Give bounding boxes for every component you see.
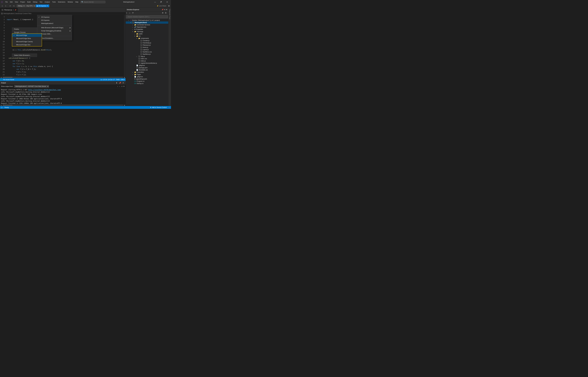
horizontal-scrollbar[interactable]: ◀ ▶ xyxy=(0,76,126,78)
browser-firefox[interactable]: Firefox xyxy=(12,28,37,31)
solution-node[interactable]: ▷ ⬡ Solution 'WebApplication2' (1 of 1 p… xyxy=(126,19,168,22)
out-scroll-right-icon[interactable]: ▶ xyxy=(123,105,126,106)
output-toolbar-btn2[interactable]: ↔ xyxy=(119,85,121,87)
output-toolbar-btn1[interactable]: ↕ xyxy=(117,85,118,87)
nav-forward-btn[interactable]: ⟩ xyxy=(4,4,7,8)
diagnostic-tools-label[interactable]: Diagnostic Tools xyxy=(169,9,171,19)
scrollbar-track[interactable] xyxy=(2,77,123,78)
appsettings-node[interactable]: ⚙ appsettings.json xyxy=(126,78,168,80)
edge-dev-option[interactable]: Microsoft Edge Dev xyxy=(12,43,42,46)
menu-edit[interactable]: Edit xyxy=(9,1,13,3)
edge-canary-option[interactable]: Microsoft Edge Canary xyxy=(12,40,42,43)
menu-file[interactable]: File xyxy=(4,1,9,3)
index-css-node[interactable]: ⬛ index.css xyxy=(126,58,168,60)
se-close-icon[interactable]: ✕ xyxy=(166,9,167,11)
menu-window[interactable]: Window xyxy=(67,1,74,3)
menu-test[interactable]: Test xyxy=(38,1,43,3)
fibonacci-js-node[interactable]: ⬛ Fibonacci.js xyxy=(126,44,168,46)
more-emulators-item[interactable]: More Emulators... xyxy=(37,37,72,40)
output-scrollbar-thumb[interactable] xyxy=(2,105,12,106)
output-scrollbar-track[interactable] xyxy=(2,105,123,106)
se-back-btn[interactable]: ⟨ xyxy=(126,12,129,15)
edge-beta-option[interactable]: Microsoft Edge Beta xyxy=(12,37,42,40)
manifest-link2[interactable]: http://localhost:44376/manifest.json xyxy=(28,89,61,91)
iis-dropdown-menu[interactable]: ✓ IIS Express IIS Express WebApplication… xyxy=(37,15,72,40)
liveshare-button[interactable]: ⚡ Live Share xyxy=(156,5,167,7)
public-node[interactable]: ▷ 📁 public xyxy=(126,33,168,35)
pin-tab-icon[interactable]: 📌 xyxy=(15,9,16,11)
scrollbar-thumb[interactable] xyxy=(2,77,12,78)
menu-view[interactable]: View xyxy=(14,1,19,3)
script-debugging-item[interactable]: Script Debugging (Enabled) ▶ xyxy=(37,29,72,32)
se-filter-btn[interactable]: ☰ xyxy=(165,12,168,15)
se-pin-icon[interactable]: 📌 xyxy=(162,9,163,11)
dependencies-node[interactable]: ▷ 🔗 Dependencies xyxy=(126,26,168,28)
navmenu-css-node[interactable]: ⬛ NavMenu.css xyxy=(126,51,168,53)
select-browsers-item[interactable]: Select Web Browsers... xyxy=(12,54,37,57)
web-browser-item[interactable]: Web Browser (Microsoft Edge) ▶ xyxy=(37,26,72,29)
out-scroll-left-icon[interactable]: ◀ xyxy=(0,105,2,106)
components-node[interactable]: ▼ 📁 components xyxy=(126,37,168,39)
vertical-scrollbar[interactable] xyxy=(124,15,126,76)
close-tab-button[interactable]: ✕ xyxy=(13,9,14,11)
menu-help[interactable]: Help xyxy=(74,1,79,3)
edge-option[interactable]: ✓ Microsoft Edge xyxy=(12,34,42,37)
output-toolbar-btn4[interactable]: ⟳ xyxy=(123,85,125,87)
web-application-item[interactable]: WebApplication2 xyxy=(37,22,72,25)
iis-express-checked-item[interactable]: ✓ IIS Express xyxy=(37,16,72,19)
connected-services-node[interactable]: ▷ 📁 Connected Services xyxy=(126,24,168,26)
project-node[interactable]: ▼ ⬛ WebApplication2 xyxy=(126,22,168,24)
menu-analyze[interactable]: Analyze xyxy=(44,1,51,3)
edge-submenu-dropdown[interactable]: ✓ Microsoft Edge Microsoft Edge Beta Mic… xyxy=(12,34,42,47)
pages-node[interactable]: ▷ 📁 Pages xyxy=(126,73,168,76)
tab-fibonacci-js[interactable]: ⬛ Fibonacci.js ✕ 📌 xyxy=(0,8,18,12)
navmenu-js-node[interactable]: ⬛ NavMenu.js xyxy=(126,53,168,55)
minimize-button[interactable]: — xyxy=(152,0,158,4)
code-editor[interactable]: 12345 678910 1112131415 1617181920 21222… xyxy=(0,15,126,76)
scroll-left-icon[interactable]: ◀ xyxy=(0,77,2,78)
source-control-item[interactable]: ⬆ Add to Source Control xyxy=(150,106,167,108)
home-js-node[interactable]: ⬛ Home.js xyxy=(126,46,168,48)
output-source-select[interactable]: WebApplication2 - ASP.NET Core Web Serve… xyxy=(14,85,49,88)
menu-project[interactable]: Project xyxy=(19,1,26,3)
close-button[interactable]: ✕ xyxy=(164,0,170,4)
gitignore-clientapp-node[interactable]: 📄 .gitignore xyxy=(126,64,168,67)
readme-node[interactable]: 📄 README.md xyxy=(126,69,168,71)
gitignore-root-node[interactable]: 📄 .gitignore xyxy=(126,76,168,78)
fetchdata-js-node[interactable]: ⬛ FetchData.js xyxy=(126,42,168,44)
output-toolbar-btn3[interactable]: ≡ xyxy=(122,85,122,87)
output-close-btn[interactable]: ✕ xyxy=(122,82,125,84)
se-search-input[interactable] xyxy=(127,16,167,18)
scroll-right-icon[interactable]: ▶ xyxy=(123,77,126,78)
app-js-node[interactable]: ▷ ⬛ App.js xyxy=(126,55,168,58)
src-node[interactable]: ▼ 📁 src xyxy=(126,35,168,37)
menu-extensions[interactable]: Extensions xyxy=(57,1,66,3)
platform-select[interactable]: Any CPU xyxy=(25,4,35,7)
output-scrollbar[interactable]: ◀ ▶ xyxy=(0,104,126,106)
package-json-node[interactable]: ⬛ package.json xyxy=(126,67,168,69)
output-pin-btn[interactable]: 📌 xyxy=(119,82,121,84)
output-down-btn[interactable]: ⬇ xyxy=(115,82,118,84)
se-home-btn[interactable]: ⌂ xyxy=(129,12,132,15)
menu-build[interactable]: Build xyxy=(26,1,32,3)
browse-with-item[interactable]: Browse With... xyxy=(37,32,72,35)
maximize-button[interactable]: 🗗 xyxy=(158,0,164,4)
se-refresh-btn[interactable]: ⟳ xyxy=(132,12,135,15)
undo-btn[interactable]: ↩ xyxy=(9,4,12,8)
se-settings-btn[interactable]: ⚙ xyxy=(162,12,165,15)
program-cs-node[interactable]: C# Program.cs xyxy=(126,80,168,82)
global-search-box[interactable]: 🔍 Search (Ctrl+Q) xyxy=(80,1,105,3)
layout-js-node[interactable]: ⬛ Layout.js xyxy=(126,48,168,51)
iis-express-item[interactable]: IIS Express xyxy=(37,19,72,22)
properties-node[interactable]: ▷ ⚙ Properties xyxy=(126,28,168,30)
controllers-node[interactable]: ▷ 📁 Controllers xyxy=(126,71,168,73)
menu-debug[interactable]: Debug xyxy=(32,1,38,3)
redo-btn[interactable]: ↪ xyxy=(12,4,15,8)
register-service-worker-node[interactable]: ⬛ registerServiceWorker.js xyxy=(126,62,168,64)
menu-tools[interactable]: Tools xyxy=(51,1,57,3)
nav-back-btn[interactable]: ⟨ xyxy=(0,4,4,8)
startup-cs-node[interactable]: C# Startup.cs xyxy=(126,82,168,85)
config-select[interactable]: Debug xyxy=(17,4,25,7)
clientapp-node[interactable]: ▼ 📁 ClientApp xyxy=(126,30,168,33)
counter-js-node[interactable]: ⬛ Counter.js xyxy=(126,39,168,42)
